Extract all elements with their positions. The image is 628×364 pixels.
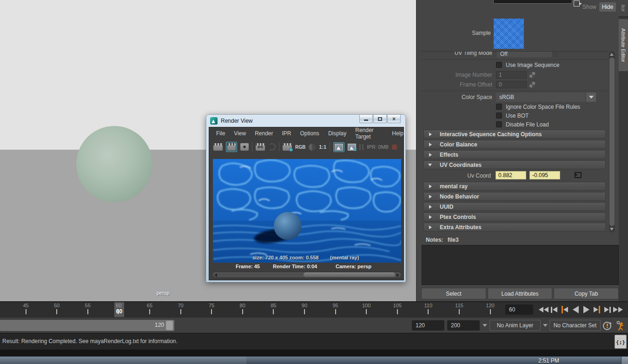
step-back-key-button[interactable] [560,304,570,316]
maximize-button[interactable] [373,115,387,123]
step-forward-key-button[interactable] [592,304,602,316]
playback-start-field[interactable]: 120 [412,320,444,331]
alpha-channel-icon[interactable] [309,144,316,151]
uv-coord-u-field[interactable]: 0.882 [496,171,526,179]
scroll-right-icon[interactable] [397,273,399,277]
uv-tiling-mode-select[interactable]: Off [497,51,552,57]
go-to-start-button[interactable] [538,304,549,316]
collapsed-arrow-icon [429,132,432,136]
checkbox[interactable] [496,121,502,127]
frame-offset-field[interactable]: 0 [496,81,527,88]
section-header-uv-coordinates[interactable]: UV Coordinates [423,160,606,169]
section-header[interactable]: UUID [423,202,606,211]
viewport-sphere[interactable] [76,126,152,202]
attribute-editor-button[interactable]: Load Attributes [488,288,553,299]
stop-render-icon[interactable] [392,145,397,150]
ipr-render-icon[interactable]: IPR [256,143,265,151]
section-header[interactable]: Effects [423,150,606,159]
checkbox[interactable] [496,113,502,119]
refresh-ipr-icon[interactable] [268,143,276,151]
attribute-editor-button[interactable]: Copy Tab [554,288,619,299]
color-space-select[interactable]: sRGB [496,93,585,102]
horizontal-scrollbar[interactable] [212,271,402,278]
windows-taskbar[interactable]: 2:51 PM [0,356,628,364]
renderer-label: (mental ray) [330,255,359,260]
tab-attribute-editor[interactable]: Attribute Editor [619,19,628,71]
current-frame-field[interactable]: 60 [505,304,533,315]
remove-image-icon[interactable] [348,144,356,151]
section-header[interactable]: mental ray [423,182,606,191]
attribute-editor-button[interactable]: Select [421,288,486,299]
menu-item[interactable]: View [234,130,246,137]
scroll-down-icon[interactable] [610,228,614,231]
export-icon[interactable] [574,0,580,7]
insert-connection-icon[interactable] [575,172,582,178]
time-slider[interactable]: 4550556065707580859095100105110115120 60… [0,301,628,317]
texture-sample-swatch[interactable] [494,19,524,49]
attribute-editor-scrollbar[interactable] [609,51,615,232]
render-settings-icon[interactable] [283,143,292,151]
animation-preferences-icon[interactable] [602,320,613,331]
section-header[interactable]: Ptex Controls [423,212,606,221]
section-header[interactable]: Node Behavior [423,192,606,201]
window-titlebar[interactable]: Render View [210,117,252,125]
image-number-field[interactable]: 1 [496,71,527,79]
minimize-icon [364,119,368,121]
character-set-selector[interactable]: No Character Set [549,320,601,331]
scrollbar-thumb[interactable] [609,58,615,226]
taskbar-apps-region[interactable] [0,357,246,364]
step-forward-frame-button[interactable] [602,304,613,316]
menu-item[interactable]: Display [328,130,346,137]
menu-item[interactable]: Render [255,130,273,137]
menu-item[interactable]: Help [392,130,403,137]
scroll-up-icon[interactable] [610,53,614,56]
play-forwards-button[interactable] [581,304,591,316]
step-back-frame-button[interactable] [549,304,559,316]
uv-coord-v-field[interactable]: -0.095 [529,171,560,179]
playback-end-field[interactable]: 200 [447,320,480,331]
tick-mark [490,309,491,314]
menu-item[interactable]: Options [300,130,319,137]
auto-keyframe-icon[interactable] [615,320,626,331]
checkbox[interactable] [496,104,502,110]
connection-icon[interactable] [529,72,535,78]
minimize-button[interactable] [359,115,373,123]
real-size-button[interactable]: 1:1 [319,144,326,150]
render-region-icon[interactable] [213,143,223,151]
anim-layer-selector[interactable]: No Anim Layer [489,320,541,331]
close-button[interactable]: × [387,115,401,123]
show-desktop-button[interactable] [621,357,628,364]
notes-textarea[interactable] [422,245,619,285]
scrollbar-thumb[interactable] [304,272,395,277]
rgb-channels-button[interactable]: RGB [295,145,305,150]
script-editor-button[interactable]: ... {;} [615,335,627,349]
tab-partial-editor[interactable]: itor [619,0,628,17]
color-space-dropdown-button[interactable] [586,93,596,102]
redo-previous-render-button[interactable] [226,142,237,152]
chevron-down-icon[interactable] [483,324,487,327]
window-title: Render View [221,118,252,124]
section-header[interactable]: Extra Attributes [423,223,606,232]
scroll-left-icon[interactable] [214,273,217,277]
menu-item[interactable]: IPR [282,130,291,137]
menu-item[interactable]: File [216,130,225,137]
chevron-down-icon[interactable] [543,324,548,327]
show-button[interactable]: Show [581,2,598,12]
rendered-image[interactable]: size: 720 x 405 zoom: 0.558 (mental ray) [213,159,401,263]
range-slider-handle[interactable] [166,321,173,330]
go-to-end-button[interactable] [613,304,623,316]
section-label: Node Behavior [440,193,479,200]
hide-button[interactable]: Hide [599,2,616,12]
play-backwards-button[interactable] [570,304,581,316]
pause-ipr-icon[interactable] [359,144,364,150]
connection-icon[interactable] [529,82,535,87]
menu-item[interactable]: Render Target [355,127,383,140]
section-header[interactable]: Color Balance [423,140,606,149]
render-view-window[interactable]: Render View × FileViewRenderIPROptionsDi… [206,114,406,282]
use-image-sequence-checkbox[interactable] [496,62,502,68]
snapshot-icon[interactable] [240,143,249,151]
texture-name-field[interactable] [493,0,572,4]
section-header[interactable]: Interactive Sequence Caching Options [423,130,606,139]
range-slider[interactable]: 120 [0,320,174,331]
keep-image-button[interactable] [333,142,344,152]
